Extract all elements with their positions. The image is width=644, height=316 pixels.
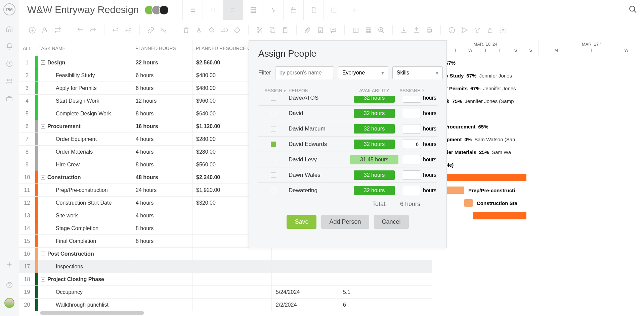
filter-input[interactable] (275, 66, 334, 79)
comment-icon[interactable] (328, 25, 338, 35)
member-avatars[interactable] (147, 5, 169, 15)
collapse-icon[interactable]: − (41, 252, 45, 256)
gantt-row[interactable]: Construction Sta (432, 197, 644, 209)
cut-icon[interactable] (255, 25, 265, 35)
attachment-icon[interactable] (303, 25, 313, 35)
task-name-cell[interactable]: Complete Design Work (38, 107, 132, 120)
gantt-row[interactable]: (Sample) (432, 158, 644, 171)
task-name-cell[interactable]: Start Design Work (38, 95, 132, 107)
everyone-select[interactable]: Everyone▾ (338, 66, 388, 79)
task-name-cell[interactable]: Construction Start Date (38, 197, 132, 209)
list-view-tab[interactable]: ☰ (182, 0, 203, 20)
gantt-row[interactable] (432, 209, 644, 222)
skills-select[interactable]: Skills▾ (392, 66, 443, 79)
col-availability[interactable]: AVAILABILITY (349, 88, 399, 93)
planned-hours-cell[interactable] (132, 286, 193, 298)
planned-cost-cell[interactable] (193, 286, 272, 298)
col-assigned[interactable]: ASSIGNED (399, 88, 437, 93)
planned-hours-cell[interactable]: 24 hours (132, 184, 193, 196)
fill-icon[interactable] (207, 25, 217, 35)
outdent-icon[interactable] (111, 25, 121, 35)
collapse-icon[interactable]: − (41, 60, 45, 65)
help-icon[interactable] (5, 281, 13, 289)
home-icon[interactable] (5, 25, 13, 33)
gantt-row[interactable]: sibility Study67%Jennifer Jones (432, 69, 644, 82)
planned-hours-cell[interactable]: 48 hours (132, 171, 193, 183)
undo-icon[interactable] (75, 25, 85, 35)
task-name-cell[interactable]: Hire Crew (38, 158, 132, 171)
planned-cost-cell[interactable] (193, 248, 272, 260)
planned-hours-cell[interactable]: 8 hours (132, 222, 193, 234)
gantt-row[interactable]: →Order Materials25%Sam Wa (432, 146, 644, 158)
horizontal-scrollbar[interactable] (40, 311, 144, 315)
planned-hours-cell[interactable]: 8 hours (132, 235, 193, 247)
planned-hours-cell[interactable]: 16 hours (132, 120, 193, 133)
planned-cost-cell[interactable] (193, 299, 272, 311)
assign-checkbox[interactable] (258, 96, 289, 101)
board-view-tab[interactable] (203, 0, 223, 20)
assign-checkbox[interactable] (258, 111, 289, 116)
calendar-view-tab[interactable] (283, 0, 303, 20)
columns-icon[interactable] (351, 25, 361, 35)
task-row[interactable]: 19Occupancy5/24/20245.1 (19, 286, 432, 299)
gantt-row[interactable]: Prep/Pre-constructi (432, 184, 644, 197)
planned-hours-cell[interactable]: 8 hours (132, 158, 193, 171)
gantt-row[interactable]: sign67% (432, 56, 644, 69)
cancel-button[interactable]: Cancel (374, 215, 409, 229)
gear-icon[interactable] (498, 25, 508, 35)
task-name-cell[interactable]: Apply for Permits (38, 82, 132, 94)
indent-icon[interactable] (123, 25, 133, 35)
task-name-cell[interactable]: −Design (38, 56, 132, 69)
grid-icon[interactable] (363, 25, 374, 35)
col-assign[interactable]: ASSIGN ▾ (258, 88, 289, 93)
hours-input[interactable] (403, 170, 421, 180)
extra-cell[interactable]: 6 (339, 299, 383, 311)
file-view-tab[interactable] (303, 0, 324, 20)
bell-icon[interactable] (5, 42, 13, 50)
user-avatar[interactable] (4, 298, 14, 308)
task-name-cell[interactable]: Order Materials (38, 146, 132, 158)
task-name-cell[interactable]: Feasibility Study (38, 69, 132, 82)
add-view-tab[interactable] (344, 0, 364, 20)
hours-input[interactable] (403, 96, 421, 103)
col-all[interactable]: ALL (19, 40, 35, 56)
activity-view-tab[interactable] (263, 0, 283, 20)
col-planned-hours[interactable]: PLANNED HOURS (132, 40, 192, 56)
print-icon[interactable] (424, 25, 434, 35)
planned-hours-cell[interactable]: 6 hours (132, 69, 193, 82)
task-name-cell[interactable]: −Project Closing Phase (38, 273, 132, 285)
collapse-icon[interactable]: − (41, 124, 45, 128)
zoom-icon[interactable] (376, 25, 386, 35)
import-icon[interactable] (399, 25, 409, 35)
collapse-icon[interactable]: − (41, 175, 45, 179)
hours-input[interactable] (403, 109, 421, 118)
briefcase-icon[interactable] (5, 95, 13, 103)
planned-hours-cell[interactable]: 4 hours (132, 133, 193, 145)
planned-hours-cell[interactable] (132, 248, 193, 260)
clock-icon[interactable] (5, 60, 13, 68)
task-name-cell[interactable]: Stage Completion (38, 222, 132, 234)
task-bar[interactable] (464, 199, 473, 207)
sheet-view-tab[interactable] (243, 0, 263, 20)
gantt-row[interactable] (432, 171, 644, 184)
paste-icon[interactable] (280, 25, 290, 35)
planned-hours-cell[interactable]: 6 hours (132, 82, 193, 94)
task-name-cell[interactable]: Prep/Pre-construction (38, 184, 132, 196)
task-name-cell[interactable]: −Post Construction (38, 248, 132, 260)
assign-checkbox[interactable] (258, 126, 289, 131)
task-name-cell[interactable]: Site work (38, 209, 132, 222)
gantt-body[interactable]: sign67%sibility Study67%Jennifer Jonespl… (432, 56, 644, 222)
add-icon[interactable] (5, 260, 13, 268)
date-cell[interactable]: 2/2/2024 (272, 299, 339, 311)
hours-input[interactable] (403, 155, 421, 164)
assign-checkbox[interactable] (258, 188, 289, 193)
search-icon[interactable] (629, 5, 637, 15)
number-icon[interactable]: 123 (219, 25, 229, 35)
col-task-name[interactable]: TASK NAME (35, 40, 132, 56)
assign-checkbox[interactable] (258, 157, 289, 162)
filter-icon[interactable] (472, 25, 482, 35)
planned-cost-cell[interactable] (193, 273, 272, 285)
task-row[interactable]: 17Inspections (19, 260, 432, 273)
gantt-row[interactable]: Procurement65% (432, 120, 644, 133)
collapse-icon[interactable]: − (41, 277, 45, 281)
